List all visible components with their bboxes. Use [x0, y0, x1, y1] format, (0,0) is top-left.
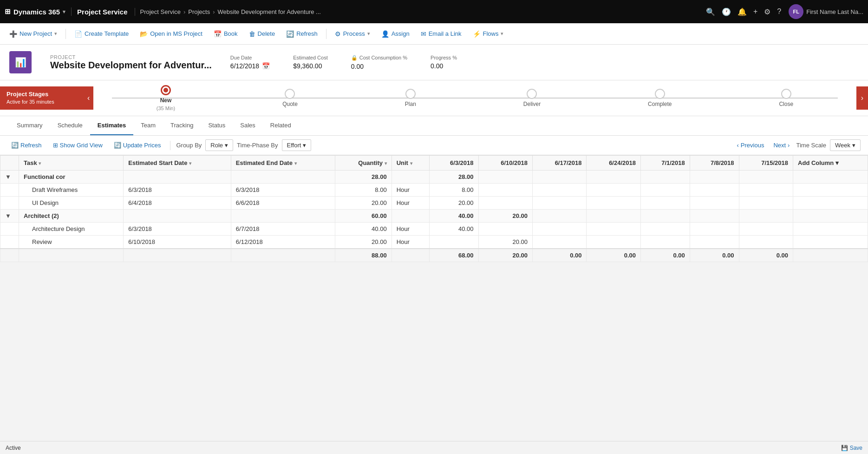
tab-tracking[interactable]: Tracking	[163, 116, 201, 135]
tab-summary[interactable]: Summary	[9, 116, 50, 135]
flows-dropdown-icon[interactable]: ▾	[501, 31, 503, 37]
cell-end-date[interactable]	[231, 171, 335, 184]
settings-icon[interactable]: ⚙	[764, 7, 770, 16]
stage-node-close[interactable]: Close	[779, 89, 793, 107]
cell-start-date[interactable]	[124, 171, 231, 184]
process-button[interactable]: ⚙ Process ▾	[330, 28, 375, 40]
flows-button[interactable]: ⚡ Flows ▾	[468, 28, 509, 40]
breadcrumb-item-1[interactable]: Project Service	[140, 8, 180, 15]
group-by-dropdown[interactable]: Role ▾	[205, 139, 233, 151]
assign-button[interactable]: 👤 Assign	[377, 28, 414, 40]
cell-task[interactable]: Draft Wireframes	[19, 184, 124, 197]
table-row[interactable]: UI Design6/4/20186/6/201820.00Hour20.00	[0, 197, 868, 210]
update-prices-button[interactable]: 🔄 Update Prices	[110, 140, 165, 151]
cell-task[interactable]: Architecture Design	[19, 223, 124, 236]
cell-start-date[interactable]: 6/3/2018	[124, 184, 231, 197]
create-template-button[interactable]: 📄 Create Template	[70, 28, 133, 40]
cell-quantity[interactable]: 8.00	[335, 184, 392, 197]
stage-node-new[interactable]: New (35 Min)	[157, 85, 175, 111]
notification-icon[interactable]: 🔔	[737, 7, 747, 16]
delete-button[interactable]: 🗑 Delete	[244, 28, 280, 40]
cell-task[interactable]: Architect (2)	[19, 210, 124, 223]
th-unit[interactable]: Unit ▾	[392, 156, 429, 171]
stage-label-box[interactable]: Project Stages Active for 35 minutes	[0, 86, 84, 110]
calendar-icon[interactable]: 📅	[262, 62, 270, 70]
add-icon[interactable]: +	[753, 7, 757, 16]
group-expand-icon[interactable]: ▼	[5, 212, 11, 219]
book-button[interactable]: 📅 Book	[209, 28, 242, 40]
th-add-column[interactable]: Add Column ▾	[793, 156, 868, 171]
cell-unit[interactable]	[392, 171, 429, 184]
show-grid-view-button[interactable]: ⊞ Show Grid View	[49, 140, 106, 151]
th-task[interactable]: Task ▾	[19, 156, 124, 171]
cell-d_7_1	[640, 236, 690, 249]
tab-related[interactable]: Related	[263, 116, 299, 135]
cell-expand[interactable]: ▼	[0, 210, 19, 223]
cell-task[interactable]: Review	[19, 236, 124, 249]
cell-unit[interactable]: Hour	[392, 223, 429, 236]
cell-unit[interactable]	[392, 210, 429, 223]
cell-unit[interactable]: Hour	[392, 184, 429, 197]
cell-start-date[interactable]: 6/3/2018	[124, 223, 231, 236]
stage-node-deliver[interactable]: Deliver	[523, 89, 541, 107]
table-row[interactable]: ▼Functional cor28.0028.00	[0, 171, 868, 184]
cell-d_7_8	[690, 210, 739, 223]
next-button[interactable]: Next ›	[770, 140, 792, 151]
email-link-button[interactable]: ✉ Email a Link	[416, 28, 466, 40]
tab-schedule[interactable]: Schedule	[50, 116, 90, 135]
breadcrumb-item-2[interactable]: Projects	[188, 8, 210, 15]
cell-end-date[interactable]: 6/7/2018	[231, 223, 335, 236]
th-quantity[interactable]: Quantity ▾	[335, 156, 392, 171]
table-row[interactable]: Draft Wireframes6/3/20186/3/20188.00Hour…	[0, 184, 868, 197]
table-row[interactable]: ▼Architect (2)60.0040.0020.00	[0, 210, 868, 223]
stage-node-complete[interactable]: Complete	[648, 89, 672, 107]
tab-estimates[interactable]: Estimates	[90, 116, 133, 135]
cell-end-date[interactable]: 6/3/2018	[231, 184, 335, 197]
stage-node-quote[interactable]: Quote	[282, 89, 298, 107]
avatar[interactable]: FL	[789, 4, 803, 19]
refresh-button[interactable]: 🔄 Refresh	[281, 28, 322, 40]
cell-start-date[interactable]: 6/10/2018	[124, 236, 231, 249]
username[interactable]: First Name Last Na...	[806, 8, 863, 15]
new-project-button[interactable]: ➕ New Project ▾	[5, 28, 62, 40]
cell-end-date[interactable]: 6/6/2018	[231, 197, 335, 210]
th-end-date[interactable]: Estimated End Date ▾	[231, 156, 335, 171]
cell-quantity[interactable]: 40.00	[335, 223, 392, 236]
help-icon[interactable]: ?	[777, 7, 781, 16]
tab-sales[interactable]: Sales	[233, 116, 263, 135]
cell-end-date[interactable]	[231, 210, 335, 223]
stage-node-plan[interactable]: Plan	[405, 89, 416, 107]
cell-unit[interactable]: Hour	[392, 236, 429, 249]
process-dropdown-icon[interactable]: ▾	[367, 31, 370, 37]
time-scale-label: Time Scale	[796, 142, 826, 149]
time-phase-dropdown[interactable]: Effort ▾	[282, 139, 312, 151]
th-start-date[interactable]: Estimated Start Date ▾	[124, 156, 231, 171]
tab-status[interactable]: Status	[201, 116, 233, 135]
previous-button[interactable]: ‹ Previous	[734, 140, 767, 151]
open-ms-project-button[interactable]: 📂 Open in MS Project	[135, 28, 207, 40]
brand-dynamics365[interactable]: ⊞ Dynamics 365 ▾	[5, 7, 72, 16]
time-scale-dropdown[interactable]: Week ▾	[830, 139, 861, 151]
cell-unit[interactable]: Hour	[392, 197, 429, 210]
group-expand-icon[interactable]: ▼	[5, 173, 11, 180]
table-row[interactable]: Architecture Design6/3/20186/7/201840.00…	[0, 223, 868, 236]
cell-quantity[interactable]: 28.00	[335, 171, 392, 184]
cell-end-date[interactable]: 6/12/2018	[231, 236, 335, 249]
new-project-dropdown-icon[interactable]: ▾	[54, 31, 57, 37]
tab-team[interactable]: Team	[133, 116, 163, 135]
stage-nav-right-button[interactable]: ›	[856, 86, 868, 110]
search-icon[interactable]: 🔍	[706, 7, 715, 16]
cell-expand[interactable]: ▼	[0, 171, 19, 184]
recent-icon[interactable]: 🕐	[722, 7, 731, 16]
table-row[interactable]: Review6/10/20186/12/201820.00Hour20.00	[0, 236, 868, 249]
cell-quantity[interactable]: 60.00	[335, 210, 392, 223]
estimates-refresh-button[interactable]: 🔄 Refresh	[7, 140, 46, 151]
cell-quantity[interactable]: 20.00	[335, 236, 392, 249]
stage-nav-left-button[interactable]: ‹	[84, 86, 93, 110]
cell-start-date[interactable]: 6/4/2018	[124, 197, 231, 210]
cell-task[interactable]: UI Design	[19, 197, 124, 210]
breadcrumb-item-3[interactable]: Website Development for Adventure ...	[218, 8, 321, 15]
cell-start-date[interactable]	[124, 210, 231, 223]
cell-quantity[interactable]: 20.00	[335, 197, 392, 210]
cell-task[interactable]: Functional cor	[19, 171, 124, 184]
